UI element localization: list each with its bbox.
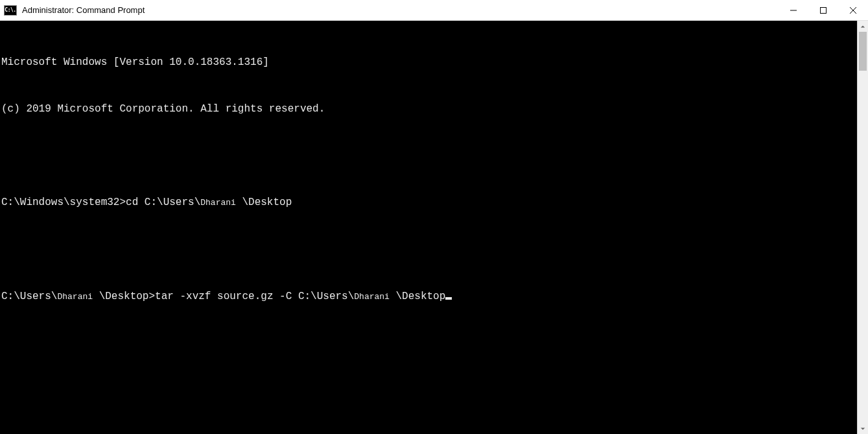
minimize-icon <box>790 7 797 14</box>
window-controls <box>779 0 868 20</box>
terminal-container: Microsoft Windows [Version 10.0.18363.13… <box>0 21 868 434</box>
scroll-track[interactable] <box>858 32 868 423</box>
window-title: Administrator: Command Prompt <box>22 5 779 15</box>
path-part: \Desktop <box>236 197 292 208</box>
close-icon <box>850 7 856 14</box>
cursor <box>445 297 452 300</box>
version-line: Microsoft Windows [Version 10.0.18363.13… <box>1 54 857 70</box>
terminal-output[interactable]: Microsoft Windows [Version 10.0.18363.13… <box>0 21 857 434</box>
close-button[interactable] <box>838 0 868 20</box>
command-line-1: C:\Windows\system32>cd C:\Users\Dharani … <box>1 195 857 211</box>
username: Dharani <box>354 292 390 302</box>
blank-line <box>1 242 857 258</box>
scroll-up-button[interactable] <box>858 21 868 32</box>
titlebar: C:\. Administrator: Command Prompt <box>0 0 868 21</box>
chevron-up-icon <box>860 24 865 29</box>
minimize-button[interactable] <box>779 0 808 20</box>
username: Dharani <box>57 292 93 302</box>
maximize-icon <box>820 7 827 14</box>
cmd-icon: C:\. <box>4 5 17 16</box>
blank-line <box>1 148 857 163</box>
path-part: \Desktop <box>390 291 445 302</box>
username: Dharani <box>200 198 236 208</box>
vertical-scrollbar[interactable] <box>857 21 868 434</box>
prompt-part: C:\Users\ <box>1 291 57 302</box>
command-line-2: C:\Users\Dharani \Desktop>tar -xvzf sour… <box>1 289 857 305</box>
scroll-thumb[interactable] <box>859 32 867 71</box>
maximize-button[interactable] <box>808 0 838 20</box>
scroll-down-button[interactable] <box>858 423 868 434</box>
copyright-line: (c) 2019 Microsoft Corporation. All righ… <box>1 101 857 117</box>
command-part: \Desktop>tar -xvzf source.gz -C C:\Users… <box>93 291 354 302</box>
svg-rect-1 <box>821 7 827 13</box>
chevron-down-icon <box>860 426 865 431</box>
prompt-part: C:\Windows\system32>cd C:\Users\ <box>1 197 200 208</box>
